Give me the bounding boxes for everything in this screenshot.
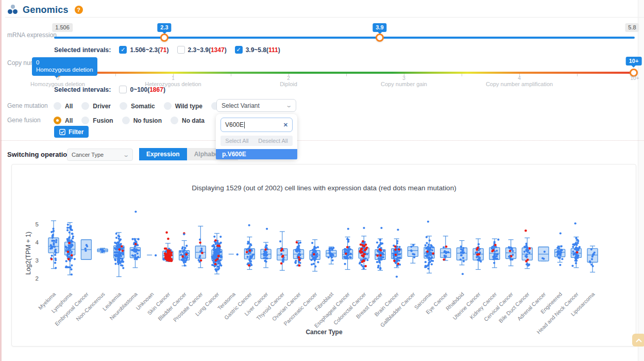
svg-text:4: 4 (36, 239, 39, 245)
interval-checkbox[interactable] (119, 86, 127, 93)
mrna-expression-label: mRNA expression (7, 31, 57, 39)
radio-option-no-fusion[interactable]: No fusion (122, 117, 162, 124)
radio-option-driver[interactable]: Driver (81, 102, 111, 110)
select-all-button[interactable]: Select All (225, 138, 248, 144)
radio-option-somatic[interactable]: Somatic (120, 102, 155, 110)
clear-search-icon[interactable]: ✕ (283, 122, 288, 128)
radio-label: No fusion (133, 117, 162, 124)
slider-minor-tick (115, 74, 116, 76)
tick-name: Diploid (280, 81, 297, 87)
interval-checkbox[interactable]: ✓ (235, 46, 243, 54)
gene-mutation-label: Gene mutation (7, 102, 48, 109)
radio-icon[interactable] (54, 117, 61, 124)
switching-operation-label: Switching operation: (7, 151, 74, 158)
chevron-up-icon (636, 338, 642, 342)
text-caret (244, 122, 245, 128)
copy-number-selected-intervals: Selected intervals: 0~100(1867) (54, 86, 165, 93)
radio-icon[interactable] (164, 102, 172, 110)
tick-name: Copy number gain (381, 81, 427, 87)
copy-number-tick: 3Copy number gain (381, 76, 427, 87)
svg-text:5: 5 (36, 221, 39, 227)
window-edge (0, 0, 2, 361)
radio-label: All (65, 103, 73, 110)
radio-label: Driver (93, 103, 111, 110)
variant-option-selected[interactable]: p.V600E (216, 149, 297, 159)
radio-option-fusion[interactable]: Fusion (81, 117, 113, 124)
radio-label: Wild type (175, 103, 202, 110)
select-variant-dropdown[interactable]: Select Variant ⌄ (216, 99, 296, 112)
radio-option-all[interactable]: All (54, 117, 73, 124)
interval-checkbox-item[interactable]: 0~100(1867) (119, 86, 165, 93)
boxplot-chart: Displaying 1529 (out of 2002) cell lines… (12, 165, 636, 346)
selected-intervals-label: Selected intervals: (54, 86, 111, 93)
mrna-slider-track[interactable] (54, 37, 635, 39)
back-to-top-button[interactable] (632, 334, 644, 347)
select-variant-value: Select Variant (222, 102, 260, 109)
interval-label: 3.9~5.8(111) (246, 46, 280, 54)
boxplot-chart-card: Displaying 1529 (out of 2002) cell lines… (11, 164, 636, 347)
interval-checkbox-item[interactable]: ✓3.9~5.8(111) (235, 46, 280, 54)
interval-label: 0~100(1867) (130, 86, 165, 93)
mrna-slider-handle-2[interactable] (376, 34, 384, 42)
deselect-all-button[interactable]: Deselect All (258, 138, 287, 144)
copy-number-right-tooltip: 10+ (626, 57, 642, 65)
chevron-down-icon: ⌄ (123, 152, 129, 158)
radio-option-wild-type[interactable]: Wild type (164, 102, 202, 110)
filter-button[interactable]: Filter (54, 126, 89, 138)
variant-search-input[interactable]: V600E ✕ (221, 118, 293, 132)
mrna-slider-handle-1[interactable] (160, 34, 168, 42)
help-icon[interactable]: ? (75, 6, 83, 14)
svg-text:Displaying 1529 (out of 2002): Displaying 1529 (out of 2002) cell lines… (192, 184, 456, 192)
slider-minor-tick (346, 74, 347, 76)
svg-text:Cancer Type: Cancer Type (306, 329, 342, 336)
copy-number-tooltip-value: 0 (36, 59, 93, 66)
svg-text:Cervical Cancer: Cervical Cancer (483, 291, 515, 323)
variant-search-value: V600E (225, 121, 244, 128)
cancer-type-select-value: Cancer Type (72, 152, 104, 158)
radio-label: Somatic (131, 103, 155, 110)
copy-number-tooltip-text: Homozygous deletion (36, 66, 93, 73)
cancer-type-select[interactable]: Cancer Type ⌄ (67, 149, 133, 161)
interval-checkbox-item[interactable]: ✓1.506~2.3(71) (119, 46, 168, 54)
gene-fusion-label: Gene fusion (7, 117, 41, 124)
slider-minor-tick (462, 74, 462, 76)
variant-bulk-actions: Select All Deselect All (221, 136, 293, 146)
radio-icon[interactable] (81, 102, 89, 110)
svg-text:2: 2 (36, 275, 39, 282)
sort-button-expression[interactable]: Expression (139, 148, 187, 160)
interval-checkbox[interactable] (177, 46, 185, 54)
interval-label: 2.3~3.9(1347) (188, 46, 227, 54)
interval-checkbox[interactable]: ✓ (119, 46, 127, 54)
interval-checkbox-item[interactable]: 2.3~3.9(1347) (177, 46, 227, 54)
mrna-min-label: 1.506 (52, 23, 73, 32)
radio-icon[interactable] (54, 102, 61, 110)
interval-count: 71 (160, 46, 166, 54)
slider-minor-tick (231, 74, 231, 76)
radio-option-all[interactable]: All (54, 102, 73, 110)
filter-button-label: Filter (69, 128, 83, 136)
svg-text:Log2(TPM + 1): Log2(TPM + 1) (25, 232, 32, 275)
radio-option-no-data[interactable]: No data (171, 117, 205, 124)
svg-text:Non-Cancerous: Non-Cancerous (75, 291, 106, 322)
radio-icon[interactable] (120, 102, 127, 110)
tick-value: 3 (381, 76, 427, 81)
interval-label: 1.506~2.3(71) (130, 46, 168, 54)
mrna-handle2-tooltip: 3.9 (372, 23, 386, 32)
selected-intervals-label: Selected intervals: (54, 46, 111, 54)
app-header: Genomics ? (7, 4, 83, 15)
svg-text:Ovarian Cancer: Ovarian Cancer (270, 291, 302, 322)
page-title: Genomics (23, 5, 69, 15)
svg-text:Thyroid Cancer: Thyroid Cancer (255, 291, 286, 322)
copy-number-tooltip: 0 Homozygous deletion (32, 57, 97, 76)
tick-value: 4 (486, 76, 553, 81)
variant-dropdown-panel: V600E ✕ Select All Deselect All p.V600E (216, 114, 297, 159)
svg-text:Adrenal Cancer: Adrenal Cancer (516, 291, 547, 322)
radio-icon[interactable] (81, 117, 89, 124)
app-logo-icon (7, 4, 19, 15)
scrollbar-track[interactable] (638, 0, 644, 361)
radio-label: Fusion (93, 117, 113, 124)
radio-icon[interactable] (171, 117, 178, 124)
radio-icon[interactable] (122, 117, 130, 124)
interval-count: 1347 (211, 46, 225, 54)
header-divider (5, 17, 644, 18)
